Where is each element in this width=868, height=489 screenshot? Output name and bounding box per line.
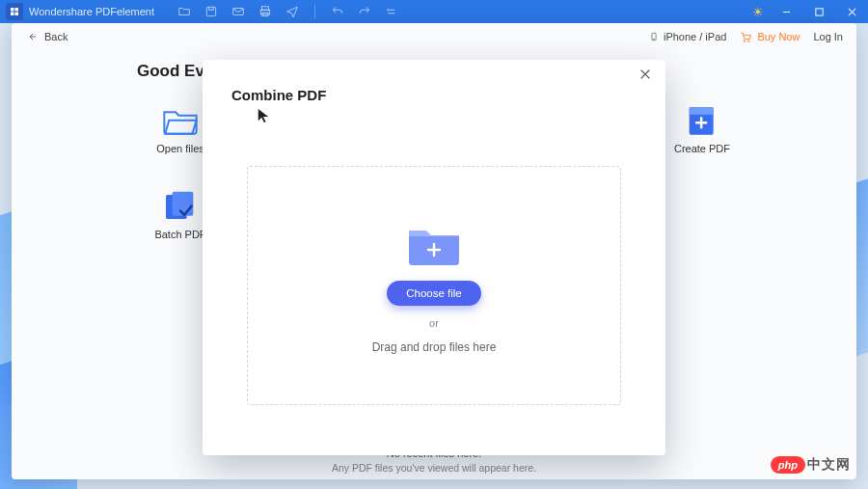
quick-toolbar [177, 5, 398, 18]
site-watermark: php 中文网 [771, 456, 851, 474]
login-link[interactable]: Log In [813, 31, 843, 42]
customize-toolbar-icon[interactable] [385, 5, 398, 18]
mail-icon[interactable] [231, 5, 245, 18]
close-window-button[interactable] [835, 0, 868, 23]
open-files-icon [161, 104, 200, 137]
batch-pdf-icon [161, 190, 200, 223]
dropzone-or: or [429, 317, 439, 329]
send-icon[interactable] [285, 5, 299, 18]
buy-label: Buy Now [757, 31, 800, 42]
add-folder-icon [403, 217, 465, 269]
dialog-close-button[interactable] [638, 68, 656, 85]
svg-rect-5 [815, 8, 822, 14]
combine-pdf-dialog: Combine PDF Choose file or Drag and drop… [203, 60, 665, 455]
app-window: Back iPhone / iPad Buy Now Log In Good E… [12, 23, 856, 479]
buy-now-link[interactable]: Buy Now [740, 31, 800, 43]
watermark-text: 中文网 [807, 456, 851, 474]
file-dropzone[interactable]: Choose file or Drag and drop files here [247, 166, 621, 405]
theme-sun-icon[interactable]: ☀ [752, 5, 764, 19]
separator [314, 5, 315, 18]
choose-file-button[interactable]: Choose file [387, 281, 481, 306]
dialog-title: Combine PDF [203, 60, 665, 103]
window-title: Wondershare PDFelement [29, 6, 154, 17]
recent-empty-sub: Any PDF files you've viewed will appear … [12, 462, 856, 474]
mouse-cursor-icon [257, 108, 270, 123]
open-folder-icon[interactable] [177, 5, 191, 18]
undo-icon[interactable] [331, 5, 344, 18]
window-controls [770, 0, 868, 23]
create-pdf-tile[interactable]: Create PDF [659, 104, 746, 154]
maximize-button[interactable] [802, 0, 835, 23]
mobile-label: iPhone / iPad [664, 31, 726, 42]
mobile-link[interactable]: iPhone / iPad [649, 30, 726, 43]
svg-point-9 [748, 41, 749, 41]
back-button[interactable]: Back [25, 31, 68, 42]
create-pdf-icon [683, 104, 721, 137]
minimize-button[interactable] [770, 0, 802, 23]
svg-rect-0 [206, 7, 215, 15]
save-icon[interactable] [204, 5, 218, 18]
svg-point-7 [654, 39, 655, 40]
dropzone-hint: Drag and drop files here [372, 340, 497, 354]
app-logo-icon [6, 3, 23, 20]
window-titlebar: Wondershare PDFelement ☀ [0, 0, 868, 23]
create-pdf-label: Create PDF [659, 143, 746, 154]
svg-rect-2 [262, 7, 269, 11]
svg-point-8 [745, 41, 746, 41]
svg-rect-13 [690, 107, 714, 114]
redo-icon[interactable] [358, 5, 371, 18]
svg-rect-1 [233, 9, 244, 15]
app-topbar: Back iPhone / iPad Buy Now Log In [12, 23, 856, 50]
print-icon[interactable] [258, 5, 272, 18]
watermark-badge: php [771, 456, 805, 474]
back-label: Back [44, 31, 68, 42]
